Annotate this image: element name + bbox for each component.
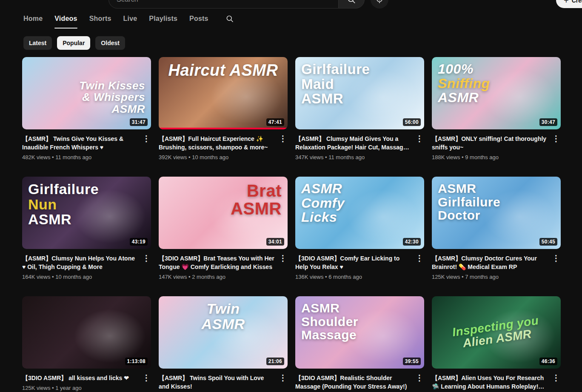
duration-badge: 46:36 [539,358,557,365]
duration-badge: 30:47 [539,118,557,126]
video-menu-button[interactable]: ⋮ [551,254,561,281]
video-meta: 188K views • 9 months ago [432,154,551,161]
video-thumbnail[interactable]: GirlfailureMaidASMR 56:00 [295,57,424,129]
video-card: 1:13:08 【3DIO ASMR】 all kisses and licks… [22,296,151,392]
video-card: Twin Kisses& WhispersASMR 31:47 【ASMR】 T… [22,57,151,161]
video-menu-button[interactable]: ⋮ [415,254,424,281]
video-menu-button[interactable]: ⋮ [142,254,151,281]
video-thumbnail[interactable]: ASMRComfyLicks 42:30 [295,177,424,249]
video-meta: 482K views • 11 months ago [22,154,142,161]
video-title[interactable]: 【ASMR】Alien Uses You For Research 🛸 Lear… [432,374,551,391]
video-grid: Twin Kisses& WhispersASMR 31:47 【ASMR】 T… [22,57,561,392]
masthead: + Create [0,0,582,9]
video-title[interactable]: 【3DIO ASMR】Brat Teases You with Her Tong… [159,254,278,271]
chip-latest[interactable]: Latest [23,36,52,50]
duration-badge: 39:55 [403,358,421,365]
tab-videos[interactable]: Videos [54,9,77,29]
tabs-search-icon[interactable] [225,9,234,29]
video-card: ASMRShoulderMassage 39:55 【3DIO ASMR】Rea… [295,296,424,392]
watch-progress-track [159,128,288,129]
duration-badge: 47:41 [266,118,284,126]
video-menu-button[interactable]: ⋮ [278,374,288,392]
video-meta: 347K views • 11 months ago [295,154,415,161]
search-icon [347,0,356,4]
tab-posts[interactable]: Posts [189,9,208,29]
video-menu-button[interactable]: ⋮ [415,134,424,161]
video-card: Inspecting youAlien ASMR 46:36 【ASMR】Ali… [432,296,561,392]
video-thumbnail[interactable]: 1:13:08 [22,296,151,369]
video-card: GirlfailureNunASMR 43:19 【ASMR】Clumsy Nu… [22,177,151,281]
video-menu-button[interactable]: ⋮ [278,254,288,281]
video-card: 100%SniffingASMR 30:47 【ASMR】ONLY sniffi… [432,57,561,161]
search-button[interactable] [338,0,365,9]
video-thumbnail[interactable]: GirlfailureNunASMR 43:19 [22,177,151,249]
filter-chips: Latest Popular Oldest [0,36,582,50]
chip-oldest[interactable]: Oldest [95,36,125,50]
video-thumbnail[interactable]: ASMRGirlfailureDoctor 50:45 [432,177,561,249]
duration-badge: 21:06 [266,358,284,365]
duration-badge: 34:01 [266,238,284,246]
video-thumbnail[interactable]: 100%SniffingASMR 30:47 [432,57,561,129]
video-menu-button[interactable]: ⋮ [415,374,424,392]
create-button-label: Create [572,0,582,4]
video-title[interactable]: 【ASMR】 Twins Give You Kisses & Inaudible… [22,134,142,152]
video-card: GirlfailureMaidASMR 56:00 【ASMR】 Clumsy … [295,57,424,161]
create-button[interactable]: + Create [556,0,582,8]
plus-icon: + [564,0,569,5]
video-thumbnail[interactable]: BratASMR 34:01 [159,177,288,249]
tab-home[interactable]: Home [23,9,43,29]
video-meta: 392K views • 10 months ago [159,154,278,161]
video-title[interactable]: 【ASMR】Clumsy Doctor Cures Your Brainrot!… [432,254,551,271]
video-title[interactable]: 【3DIO ASMR】Comfy Ear Licking to Help You… [295,254,415,271]
duration-badge: 56:00 [403,118,421,126]
microphone-icon [375,0,384,4]
duration-badge: 31:47 [130,118,148,126]
video-menu-button[interactable]: ⋮ [278,134,288,161]
video-title[interactable]: 【ASMR】 Clumsy Maid Gives You a Relaxatio… [295,134,415,152]
video-thumbnail[interactable]: Twin Kisses& WhispersASMR 31:47 [22,57,151,129]
video-thumbnail[interactable]: Haircut ASMR 47:41 [159,57,288,129]
duration-badge: 43:19 [130,238,148,246]
video-card: TwinASMR 21:06 【ASMR】 Twins Spoil You wi… [159,296,288,392]
video-title[interactable]: 【ASMR】 Twins Spoil You with Love and Kis… [159,374,278,391]
tab-playlists[interactable]: Playlists [149,9,177,29]
video-title[interactable]: 【3DIO ASMR】 all kisses and licks ❤ [22,374,142,382]
video-meta: 164K views • 10 months ago [22,273,142,281]
video-meta: 136K views • 6 months ago [295,273,415,281]
video-meta: 125K views • 1 year ago [22,384,142,392]
video-title[interactable]: 【ASMR】ONLY sniffing! Cat thoroughly snif… [432,134,551,152]
duration-badge: 1:13:08 [125,358,148,365]
tab-shorts[interactable]: Shorts [89,9,111,29]
video-card: BratASMR 34:01 【3DIO ASMR】Brat Teases Yo… [159,177,288,281]
video-meta: 147K views • 2 months ago [159,273,278,281]
video-meta: 125K views • 7 months ago [432,273,551,281]
video-menu-button[interactable]: ⋮ [551,134,561,161]
video-card: Haircut ASMR 47:41 【ASMR】Full Haircut Ex… [159,57,288,161]
video-thumbnail[interactable]: Inspecting youAlien ASMR 46:36 [432,296,561,369]
duration-badge: 50:45 [539,238,557,246]
video-card: ASMRComfyLicks 42:30 【3DIO ASMR】Comfy Ea… [295,177,424,281]
video-title[interactable]: 【ASMR】Clumsy Nun Helps You Atone ♥ Oil, … [22,254,142,271]
video-menu-button[interactable]: ⋮ [551,374,561,392]
video-menu-button[interactable]: ⋮ [142,134,151,161]
video-card: ASMRGirlfailureDoctor 50:45 【ASMR】Clumsy… [432,177,561,281]
chip-popular[interactable]: Popular [57,36,90,50]
watch-progress-bar [159,128,288,129]
tab-live[interactable]: Live [123,9,137,29]
video-title[interactable]: 【3DIO ASMR】Realistic Shoulder Massage (P… [295,374,415,391]
search-input[interactable] [108,0,338,9]
video-title[interactable]: 【ASMR】Full Haircut Experience ✨ Brushing… [159,134,278,152]
video-thumbnail[interactable]: TwinASMR 21:06 [159,296,288,369]
duration-badge: 42:30 [403,238,421,246]
channel-tabs: Home Videos Shorts Live Playlists Posts [0,9,582,29]
voice-search-button[interactable] [371,0,388,9]
search-bar [108,0,365,9]
video-menu-button[interactable]: ⋮ [142,374,151,392]
video-thumbnail[interactable]: ASMRShoulderMassage 39:55 [295,296,424,369]
